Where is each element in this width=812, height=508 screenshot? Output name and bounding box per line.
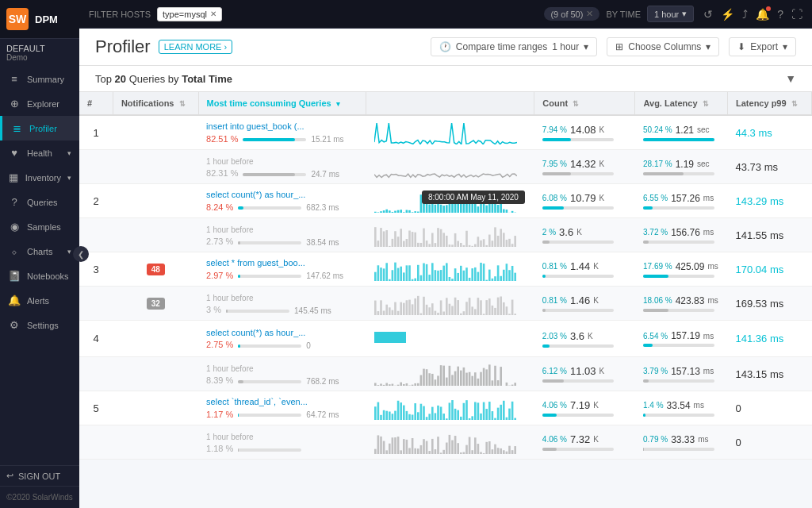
latency-p99-cell: 141.55 ms: [728, 218, 812, 252]
sidebar-label-charts: Charts: [27, 247, 52, 256]
compare-time-ranges-button[interactable]: 🕐 Compare time ranges 1 hour ▾: [431, 37, 597, 56]
svg-rect-296: [503, 401, 505, 420]
svg-rect-225: [442, 366, 445, 386]
query-pct: 2.97 %: [206, 271, 233, 280]
col-header-count[interactable]: Count ⇅: [534, 92, 635, 115]
count-unit: K: [593, 262, 599, 271]
svg-rect-344: [497, 448, 500, 454]
col-header-p99[interactable]: Latency p99 ⇅: [728, 92, 812, 115]
filter-hosts-input[interactable]: [228, 10, 538, 19]
filter-tag[interactable]: type=mysql ✕: [157, 7, 222, 21]
export-button[interactable]: ⬇ Export ▾: [729, 37, 796, 56]
sidebar-label-health: Health: [27, 148, 52, 158]
svg-rect-187: [480, 300, 482, 315]
svg-rect-205: [385, 383, 388, 386]
time-chevron-icon: ▾: [682, 9, 687, 19]
svg-rect-302: [377, 435, 380, 454]
query-text[interactable]: insert into guest_book (...: [206, 121, 358, 131]
svg-rect-166: [420, 314, 423, 315]
count-unit: K: [599, 367, 605, 375]
svg-rect-162: [408, 300, 411, 315]
svg-rect-89: [485, 245, 488, 247]
help-icon[interactable]: ?: [777, 8, 783, 21]
host-count-close-icon[interactable]: ✕: [586, 9, 593, 19]
compare-label: 1 hour before: [206, 294, 254, 302]
col-header-avg-latency[interactable]: Avg. Latency ⇅: [635, 92, 728, 115]
count-pct: 2 %: [542, 228, 556, 237]
latency-p99-value: 141.55 ms: [736, 229, 784, 241]
count-value: 1.44: [570, 260, 590, 272]
sidebar-item-alerts[interactable]: 🔔 Alerts: [0, 288, 79, 313]
sidebar-item-inventory[interactable]: ▦ Inventory ▾: [0, 165, 79, 190]
svg-rect-341: [488, 441, 491, 454]
query-text[interactable]: select * from guest_boo...: [206, 258, 358, 267]
avg-latency-unit: sec: [697, 125, 710, 134]
sidebar-item-explorer[interactable]: ⊕ Explorer: [0, 91, 79, 116]
chevron-down-icon: ▾: [67, 149, 71, 157]
avg-latency-cell: 3.79 % 157.13 ms: [635, 357, 728, 391]
svg-rect-167: [423, 297, 425, 315]
svg-rect-124: [442, 266, 445, 281]
svg-rect-189: [485, 300, 488, 315]
sidebar-toggle-button[interactable]: ❮: [73, 246, 89, 262]
svg-rect-20: [431, 193, 434, 213]
svg-rect-158: [397, 311, 400, 315]
query-pct: 8.24 %: [206, 202, 233, 212]
query-time: 147.62 ms: [306, 271, 343, 280]
row-number: 2: [79, 184, 113, 218]
svg-rect-137: [480, 263, 482, 281]
svg-rect-331: [460, 452, 462, 454]
sparkline-cell: [366, 115, 534, 150]
sparkline-container: [374, 223, 527, 247]
sidebar-item-summary[interactable]: ≡ Summary: [0, 67, 79, 91]
col-header-num[interactable]: #: [79, 92, 113, 115]
query-text[interactable]: select count(*) as hour_...: [206, 328, 358, 337]
avg-latency-cell: 17.69 % 425.09 ms: [635, 252, 728, 287]
share-icon[interactable]: ⤴: [742, 8, 748, 21]
sidebar-item-profiler[interactable]: ≣ Profiler: [0, 116, 79, 140]
fullscreen-icon[interactable]: ⛶: [791, 8, 802, 21]
svg-rect-109: [400, 267, 402, 281]
sparkline-cell: 8:00:00 AM May 11, 2020: [366, 184, 534, 218]
col-header-notifications[interactable]: Notifications ⇅: [113, 92, 198, 115]
avg-latency-cell: 50.24 % 1.21 sec: [635, 115, 728, 150]
svg-rect-321: [431, 439, 434, 454]
svg-rect-153: [383, 310, 385, 315]
export-label: Export: [750, 41, 778, 52]
svg-rect-60: [403, 241, 405, 247]
top-count: 20: [115, 73, 126, 85]
svg-rect-247: [506, 383, 508, 386]
table-header-row: # Notifications ⇅ Most time consuming Qu…: [79, 92, 812, 115]
compare-label: 1 hour before: [206, 157, 254, 166]
filter-tag-close-icon[interactable]: ✕: [210, 10, 216, 18]
filter-icon-button[interactable]: ▼: [785, 72, 796, 85]
svg-rect-348: [508, 446, 511, 454]
compare-time-value: 1 hour: [552, 41, 579, 52]
compare-pct: 2.73 %: [206, 237, 233, 246]
time-select-dropdown[interactable]: 1 hour ▾: [647, 6, 694, 22]
query-text[interactable]: select `thread_id`, `even...: [206, 397, 358, 406]
top-label: Top: [95, 73, 112, 85]
refresh-icon[interactable]: ↺: [703, 8, 713, 21]
query-text[interactable]: select count(*) as hour_...: [206, 190, 358, 199]
sidebar-item-samples[interactable]: ◉ Samples: [0, 214, 79, 239]
sidebar-item-notebooks[interactable]: 📓 Notebooks: [0, 264, 79, 288]
sidebar-label-explorer: Explorer: [27, 99, 59, 109]
svg-rect-298: [508, 409, 511, 420]
sidebar-item-charts[interactable]: ⬦ Charts ▾: [0, 239, 79, 264]
signal-icon[interactable]: ⚡: [721, 8, 734, 21]
sidebar-item-health[interactable]: ♥ Health ▾: [0, 140, 79, 165]
compare-pct: 82.31 %: [206, 168, 238, 178]
notification-cell: 32: [113, 287, 198, 321]
learn-more-link[interactable]: LEARN MORE ›: [159, 40, 232, 54]
sparkline-cell: [366, 252, 534, 287]
col-header-query[interactable]: Most time consuming Queries ▾: [198, 92, 366, 115]
sign-out-button[interactable]: ↩ SIGN OUT: [0, 466, 79, 486]
sidebar-item-settings[interactable]: ⚙ Settings: [0, 313, 79, 337]
sidebar-item-queries[interactable]: ? Queries: [0, 190, 79, 214]
svg-rect-218: [423, 369, 425, 386]
svg-rect-16: [420, 194, 423, 213]
bell-icon[interactable]: 🔔: [756, 8, 769, 21]
choose-columns-button[interactable]: ⊞ Choose Columns ▾: [607, 37, 719, 56]
svg-rect-52: [380, 228, 382, 247]
